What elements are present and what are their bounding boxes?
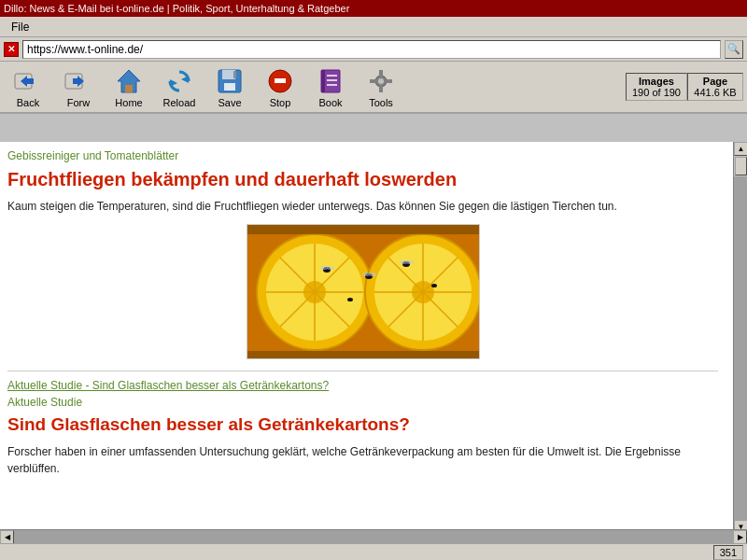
scroll-right-button[interactable]: ▶ — [733, 530, 747, 544]
scroll-track — [734, 176, 747, 520]
book-button[interactable]: Book — [306, 63, 355, 110]
status-bar: 351 — [0, 543, 747, 560]
svg-rect-13 — [233, 71, 236, 78]
svg-point-49 — [400, 260, 407, 264]
svg-rect-23 — [379, 70, 383, 77]
right-scrollbar: ▲ ▼ — [733, 142, 747, 534]
svg-rect-12 — [224, 83, 235, 91]
article-text-1: Kaum steigen die Temperaturen, sind die … — [7, 198, 718, 215]
tools-button[interactable]: Tools — [357, 63, 405, 110]
page-value: 441.6 KB — [694, 87, 737, 98]
status-value: 351 — [713, 545, 743, 560]
images-label: Images — [632, 76, 681, 87]
image-illustration — [247, 225, 480, 359]
stop-button[interactable]: Stop — [256, 63, 304, 110]
divider — [7, 371, 718, 371]
save-label: Save — [218, 97, 241, 108]
svg-point-52 — [431, 284, 437, 287]
svg-point-44 — [327, 266, 334, 270]
svg-rect-24 — [379, 85, 383, 92]
forward-label: Forw — [67, 97, 90, 108]
tools-label: Tools — [369, 97, 393, 108]
page-info: Page 441.6 KB — [687, 73, 743, 101]
home-button[interactable]: Home — [105, 63, 153, 110]
svg-rect-26 — [385, 79, 392, 83]
forward-icon — [63, 66, 93, 96]
home-label: Home — [115, 97, 142, 108]
toolbar: Back Forw Home — [0, 62, 747, 114]
svg-marker-8 — [181, 76, 189, 83]
svg-rect-11 — [222, 70, 235, 79]
reload-button[interactable]: Reload — [155, 63, 204, 110]
reload-icon — [164, 66, 194, 96]
reload-label: Reload — [163, 97, 196, 108]
scroll-thumb[interactable] — [735, 157, 747, 175]
menu-file[interactable]: File — [4, 19, 36, 35]
svg-rect-2 — [26, 78, 34, 84]
svg-point-47 — [369, 273, 376, 276]
content-area: Gebissreiniger und Tomatenblätter Frucht… — [0, 142, 733, 529]
article-link-2[interactable]: Aktuelle Studie - Sind Glasflaschen bess… — [7, 379, 718, 392]
article-title-1: Fruchtfliegen bekämpfen und dauerhaft lo… — [7, 168, 718, 190]
home-icon — [114, 66, 144, 96]
article-image — [247, 224, 480, 359]
svg-point-22 — [378, 78, 384, 84]
svg-point-50 — [406, 260, 414, 264]
book-icon — [316, 66, 345, 96]
forward-button[interactable]: Forw — [54, 63, 103, 110]
images-value: 190 of 190 — [632, 87, 681, 98]
back-label: Back — [17, 97, 39, 108]
svg-rect-5 — [73, 78, 80, 84]
svg-rect-25 — [370, 79, 377, 83]
search-button[interactable]: 🔍 — [725, 40, 743, 59]
bottom-scrollbar: ◀ ▶ — [0, 529, 747, 543]
svg-rect-53 — [247, 225, 480, 234]
save-icon — [215, 66, 245, 96]
back-icon — [13, 66, 43, 96]
title-bar: Dillo: News & E-Mail bei t-online.de | P… — [0, 0, 747, 17]
close-button[interactable]: ✕ — [4, 42, 19, 57]
svg-point-46 — [362, 273, 370, 276]
stop-icon — [265, 66, 295, 96]
menu-bar: File — [0, 17, 747, 37]
book-label: Book — [318, 97, 342, 108]
back-button[interactable]: Back — [4, 63, 52, 110]
scroll-left-button[interactable]: ◀ — [0, 530, 14, 544]
svg-rect-7 — [125, 85, 133, 92]
scroll-track-h — [14, 530, 733, 543]
stop-label: Stop — [270, 97, 291, 108]
address-bar: ✕ 🔍 — [0, 37, 747, 62]
article-title-2: Sind Glasflaschen besser als Getränkekar… — [7, 414, 718, 436]
svg-rect-17 — [321, 70, 325, 92]
images-info: Images 190 of 190 — [626, 73, 687, 101]
info-panel: Images 190 of 190 Page 441.6 KB — [626, 73, 743, 101]
svg-marker-9 — [170, 79, 177, 87]
save-button[interactable]: Save — [205, 63, 254, 110]
tools-icon — [366, 66, 396, 96]
svg-point-51 — [347, 298, 353, 301]
svg-rect-54 — [247, 351, 480, 359]
subtitle2: Aktuelle Studie — [7, 396, 718, 409]
article-text-2: Forscher haben in einer umfassenden Unte… — [7, 443, 718, 477]
window-title: Dillo: News & E-Mail bei t-online.de | P… — [4, 3, 349, 14]
svg-rect-15 — [275, 78, 286, 83]
scroll-up-button[interactable]: ▲ — [734, 142, 747, 156]
page-label: Page — [694, 76, 737, 87]
address-input[interactable] — [22, 40, 721, 59]
subtitle1: Gebissreiniger und Tomatenblätter — [7, 149, 718, 162]
svg-point-43 — [320, 266, 328, 270]
